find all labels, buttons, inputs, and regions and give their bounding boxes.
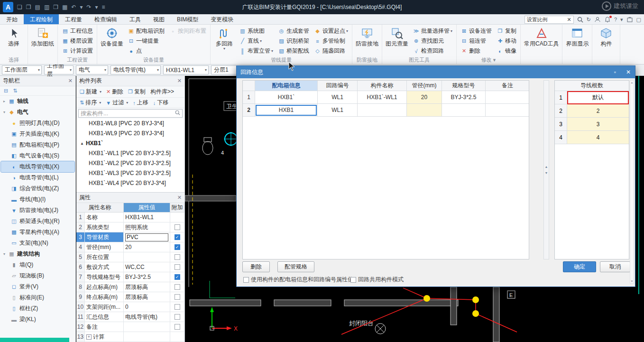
close-icon[interactable]: ✕ bbox=[68, 78, 73, 84]
property-row[interactable]: 11汇总信息电线导管(电) bbox=[76, 312, 184, 322]
component-library-button[interactable]: 构件库>> bbox=[148, 87, 176, 97]
nav-group-building-structure[interactable]: ▾▦建筑结构 bbox=[1, 249, 74, 259]
pager-up-icon[interactable]: ▲ bbox=[545, 165, 548, 168]
property-value[interactable]: HXB1-WL1 bbox=[124, 213, 170, 222]
sidebar-item-distribution-box[interactable]: ▤配电箱柜(电)(P) bbox=[1, 139, 74, 150]
redo-caret-icon[interactable]: ▾ bbox=[95, 4, 98, 10]
search-icon[interactable] bbox=[175, 110, 180, 117]
tab-quantities[interactable]: 工程量 bbox=[59, 14, 88, 24]
window-layout-icon[interactable]: ▢ bbox=[636, 17, 641, 23]
component-item[interactable]: HXB1`-WL4 [PVC 20 BYJ-3*4] bbox=[76, 178, 184, 188]
generate-sleeve-button[interactable]: ◎生成套管 bbox=[276, 26, 312, 36]
attach-checkbox[interactable] bbox=[175, 314, 180, 320]
help-caret-icon[interactable]: ▾ bbox=[620, 17, 623, 23]
attach-checkbox[interactable] bbox=[175, 284, 180, 290]
specialty-dropdown[interactable]: 电气▾ bbox=[76, 65, 108, 74]
bell-icon[interactable] bbox=[604, 16, 611, 23]
app-logo[interactable]: A bbox=[3, 2, 13, 12]
help-icon[interactable]: ? bbox=[614, 17, 617, 22]
circuit-cell[interactable] bbox=[486, 91, 529, 104]
check-circuit-button[interactable]: √检查回路 bbox=[410, 46, 455, 56]
property-value[interactable] bbox=[124, 322, 170, 332]
copy-button[interactable]: ❐复制 bbox=[494, 26, 519, 36]
save-all-icon[interactable]: ▥ bbox=[44, 4, 49, 10]
attach-checkbox[interactable]: ✓ bbox=[175, 274, 180, 280]
sidebar-item-wire-conduit[interactable]: ◐电线导管(电)(X) bbox=[1, 161, 74, 172]
tab-tools[interactable]: 工具 bbox=[123, 14, 147, 24]
spacing-layout-button[interactable]: ▫按间距布置 bbox=[167, 26, 209, 36]
mirror-button[interactable]: ◐镜像 bbox=[494, 46, 519, 56]
user-icon[interactable] bbox=[594, 16, 601, 23]
copy-component-button[interactable]: ❐复制 bbox=[126, 87, 148, 97]
line-button[interactable]: ╱直线▾ bbox=[237, 36, 276, 46]
use-component-info-checkbox[interactable]: 使用构件的配电箱信息和回路编号属性值 bbox=[243, 276, 353, 284]
circuit-row[interactable]: 1HXB1`WL1HXB1`-WL120BYJ-3*2.5 bbox=[243, 91, 529, 104]
find-element-button[interactable]: ⊕查找图元 bbox=[410, 36, 455, 46]
print-icon[interactable]: ❒ bbox=[53, 4, 58, 10]
recognize-tray-button[interactable]: ▨识别桥架 bbox=[276, 36, 312, 46]
sidebar-item-busbar[interactable]: ▬母线(电)(I) bbox=[1, 194, 74, 205]
riser-layout-button[interactable]: ║布置立管▾ bbox=[237, 46, 276, 56]
property-value[interactable]: 电线导管(电) bbox=[124, 312, 170, 322]
delete-button[interactable]: 删除 bbox=[242, 261, 270, 272]
property-value[interactable]: 层顶标高 bbox=[124, 292, 170, 302]
property-row[interactable]: 1名称HXB1-WL1 bbox=[76, 213, 184, 222]
maximize-icon[interactable]: ▫ bbox=[608, 69, 622, 75]
category-dropdown[interactable]: 电线导管(电)▾ bbox=[110, 65, 161, 74]
collapse-all-icon[interactable]: ⊟ bbox=[4, 88, 8, 94]
one-key-extract-button[interactable]: ⊡一键提量 bbox=[125, 36, 167, 46]
print-preview-icon[interactable]: ▦ bbox=[62, 4, 67, 10]
tab-check-edit[interactable]: 检查编辑 bbox=[88, 14, 123, 24]
clear-search-icon[interactable]: ✕ bbox=[567, 17, 571, 23]
circuit-cell[interactable]: WL1 bbox=[318, 104, 358, 117]
lamp-circuit-button[interactable]: ◇隔盏回路 bbox=[312, 46, 350, 56]
sidebar-item-standard-room[interactable]: ▯标准间(E) bbox=[1, 292, 74, 303]
sidebar-item-beam[interactable]: ▬梁(KL) bbox=[1, 314, 74, 325]
tab-project-drawing[interactable]: 工程绘制 bbox=[24, 14, 59, 24]
tab-change-module[interactable]: 变更模块 bbox=[204, 14, 239, 24]
property-value[interactable]: 20 bbox=[124, 242, 170, 252]
property-value[interactable]: BYJ-3*2.5 bbox=[124, 272, 170, 282]
circuit-cell[interactable]: HXB1`-WL1 bbox=[358, 91, 407, 104]
close-icon[interactable]: ✕ bbox=[622, 69, 635, 75]
device-connect-button[interactable]: ⊠设备连管 bbox=[458, 26, 494, 36]
wire-count-row[interactable]: 1默认 bbox=[555, 91, 629, 104]
attach-checkbox[interactable]: ✓ bbox=[175, 244, 180, 250]
property-value[interactable]: PVC bbox=[124, 232, 170, 242]
property-row[interactable]: 10支架间距(m...0 bbox=[76, 302, 184, 312]
nav-group-axis[interactable]: ▸▦轴线 bbox=[1, 96, 74, 107]
property-value[interactable]: 0 bbox=[124, 302, 170, 312]
property-row[interactable]: 8起点标高(m)层顶标高 bbox=[76, 282, 184, 292]
search-icon[interactable] bbox=[577, 17, 583, 23]
column-header-1[interactable]: 回路编号 bbox=[318, 81, 358, 91]
sidebar-item-lighting-fixture[interactable]: ●照明灯具(电)(D) bbox=[1, 118, 74, 129]
property-row[interactable]: 5所在位置 bbox=[76, 252, 184, 262]
property-row[interactable]: 3导管材质PVC✓ bbox=[76, 232, 184, 242]
point-button[interactable]: ●点 bbox=[125, 46, 167, 56]
lamp-point[interactable] bbox=[472, 310, 479, 317]
command-search-input[interactable]: 设置比例 ✕ bbox=[524, 16, 574, 24]
multi-circuit-button[interactable]: 多回路▾ bbox=[212, 25, 237, 51]
search-input[interactable]: 搜索构件... bbox=[78, 109, 183, 118]
circuit-cell[interactable] bbox=[486, 104, 529, 117]
property-row[interactable]: 2系统类型照明系统 bbox=[76, 222, 184, 232]
toolbox-icon[interactable] bbox=[626, 16, 633, 23]
sidebar-item-support[interactable]: ▭支架(电)(N) bbox=[1, 238, 74, 249]
ok-button[interactable]: 确定 bbox=[563, 261, 596, 272]
attach-checkbox[interactable] bbox=[175, 254, 180, 260]
sidebar-item-cable-conduit[interactable]: ◑电缆导管(电)(L) bbox=[1, 172, 74, 183]
circuit-cell[interactable] bbox=[358, 104, 407, 117]
pager-down-icon[interactable]: ▼ bbox=[545, 171, 548, 175]
attach-checkbox[interactable]: ✓ bbox=[175, 234, 180, 240]
open-file-icon[interactable]: ❐ bbox=[26, 4, 31, 10]
box-connect-button[interactable]: ⊟箱连管 bbox=[458, 36, 494, 46]
delete-button[interactable]: ✕删除 bbox=[458, 46, 494, 56]
filter-button[interactable]: ▼过滤▾ bbox=[103, 98, 130, 108]
lamp-point[interactable] bbox=[472, 296, 479, 303]
circuit-cell[interactable]: HXB1 bbox=[255, 104, 318, 117]
close-icon[interactable]: ✕ bbox=[177, 194, 182, 201]
new-component-button[interactable]: ❏新建▾ bbox=[77, 87, 104, 97]
property-value[interactable]: 照明系统 bbox=[124, 222, 170, 232]
wire-count-value[interactable]: 4 bbox=[567, 131, 629, 144]
device-extract-button[interactable]: 设备提量 bbox=[99, 25, 125, 47]
